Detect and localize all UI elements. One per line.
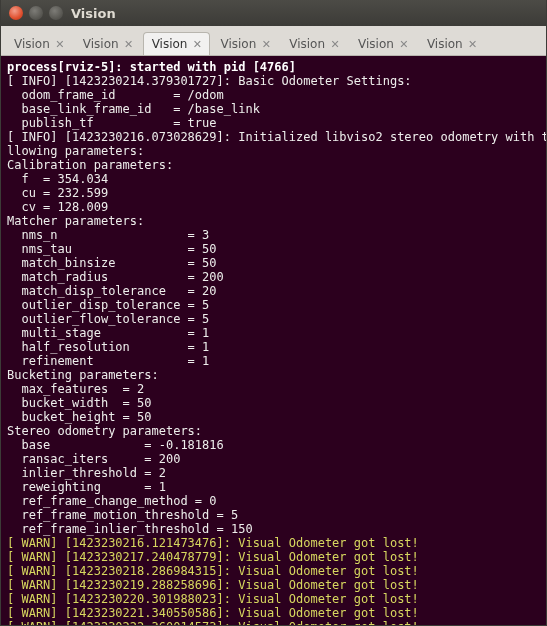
- close-icon[interactable]: [9, 6, 23, 20]
- matcher-match-disp-tolerance: match_disp_tolerance = 20: [7, 284, 217, 298]
- app-window: Vision Vision✕ Vision✕ Vision✕ Vision✕ V…: [0, 0, 547, 626]
- tab-vision-4[interactable]: Vision✕: [211, 32, 279, 55]
- bucketing-header: Bucketing parameters:: [7, 368, 159, 382]
- matcher-half-resolution: half_resolution = 1: [7, 340, 209, 354]
- warn-line: [ WARN] [1423230219.288258696]: Visual O…: [7, 578, 419, 592]
- stereo-ref-frame-change-method: ref_frame_change_method = 0: [7, 494, 217, 508]
- matcher-nms-tau: nms_tau = 50: [7, 242, 217, 256]
- tab-label: Vision: [14, 37, 50, 51]
- close-icon[interactable]: ✕: [467, 38, 479, 50]
- setting-odom-frame-id: odom_frame_id = /odom: [7, 88, 224, 102]
- maximize-icon[interactable]: [49, 6, 63, 20]
- matcher-refinement: refinement = 1: [7, 354, 209, 368]
- terminal-output[interactable]: process[rviz-5]: started with pid [4766]…: [1, 56, 546, 625]
- close-icon[interactable]: ✕: [54, 38, 66, 50]
- bucketing-bucket-height: bucket_height = 50: [7, 410, 152, 424]
- stereo-reweighting: reweighting = 1: [7, 480, 166, 494]
- tab-label: Vision: [220, 37, 256, 51]
- matcher-match-binsize: match_binsize = 50: [7, 256, 217, 270]
- warn-line: [ WARN] [1423230216.121473476]: Visual O…: [7, 536, 419, 550]
- bucketing-max-features: max_features = 2: [7, 382, 144, 396]
- stereo-ref-frame-motion-threshold: ref_frame_motion_threshold = 5: [7, 508, 238, 522]
- matcher-match-radius: match_radius = 200: [7, 270, 224, 284]
- matcher-nms-n: nms_n = 3: [7, 228, 209, 242]
- matcher-header: Matcher parameters:: [7, 214, 144, 228]
- matcher-outlier-flow-tolerance: outlier_flow_tolerance = 5: [7, 312, 209, 326]
- close-icon[interactable]: ✕: [260, 38, 272, 50]
- tab-label: Vision: [358, 37, 394, 51]
- tab-label: Vision: [289, 37, 325, 51]
- warn-line: [ WARN] [1423230220.301988023]: Visual O…: [7, 592, 419, 606]
- window-title: Vision: [71, 6, 116, 21]
- stereo-ransac-iters: ransac_iters = 200: [7, 452, 180, 466]
- tab-vision-1[interactable]: Vision✕: [5, 32, 73, 55]
- calib-f: f = 354.034: [7, 172, 108, 186]
- bucketing-bucket-width: bucket_width = 50: [7, 396, 152, 410]
- warn-line: [ WARN] [1423230218.286984315]: Visual O…: [7, 564, 419, 578]
- stereo-ref-frame-inlier-threshold: ref_frame_inlier_threshold = 150: [7, 522, 253, 536]
- warn-line: [ WARN] [1423230222.360014573]: Visual O…: [7, 620, 419, 625]
- close-icon[interactable]: ✕: [191, 38, 203, 50]
- tab-label: Vision: [83, 37, 119, 51]
- tab-label: Vision: [152, 37, 188, 51]
- calib-cv: cv = 128.009: [7, 200, 108, 214]
- info-line-2a: [ INFO] [1423230216.073028629]: Initiali…: [7, 130, 546, 144]
- close-icon[interactable]: ✕: [123, 38, 135, 50]
- tab-label: Vision: [427, 37, 463, 51]
- matcher-multi-stage: multi_stage = 1: [7, 326, 209, 340]
- stereo-base: base = -0.181816: [7, 438, 224, 452]
- titlebar[interactable]: Vision: [1, 0, 546, 26]
- matcher-outlier-disp-tolerance: outlier_disp_tolerance = 5: [7, 298, 209, 312]
- tab-bar: Vision✕ Vision✕ Vision✕ Vision✕ Vision✕ …: [1, 26, 546, 56]
- tab-vision-6[interactable]: Vision✕: [349, 32, 417, 55]
- info-line-1: [ INFO] [1423230214.379301727]: Basic Od…: [7, 74, 412, 88]
- stereo-inlier-threshold: inlier_threshold = 2: [7, 466, 166, 480]
- tab-vision-7[interactable]: Vision✕: [418, 32, 486, 55]
- warn-line: [ WARN] [1423230217.240478779]: Visual O…: [7, 550, 419, 564]
- setting-base-link-frame-id: base_link_frame_id = /base_link: [7, 102, 260, 116]
- calib-cu: cu = 232.599: [7, 186, 108, 200]
- close-icon[interactable]: ✕: [329, 38, 341, 50]
- window-buttons: [9, 6, 63, 20]
- minimize-icon[interactable]: [29, 6, 43, 20]
- setting-publish-tf: publish_tf = true: [7, 116, 217, 130]
- stereo-header: Stereo odometry parameters:: [7, 424, 202, 438]
- info-line-2b: llowing parameters:: [7, 144, 144, 158]
- tab-vision-2[interactable]: Vision✕: [74, 32, 142, 55]
- calibration-header: Calibration parameters:: [7, 158, 173, 172]
- process-line: process[rviz-5]: started with pid [4766]: [7, 60, 296, 74]
- tab-vision-3[interactable]: Vision✕: [143, 32, 211, 55]
- tab-vision-5[interactable]: Vision✕: [280, 32, 348, 55]
- close-icon[interactable]: ✕: [398, 38, 410, 50]
- warn-line: [ WARN] [1423230221.340550586]: Visual O…: [7, 606, 419, 620]
